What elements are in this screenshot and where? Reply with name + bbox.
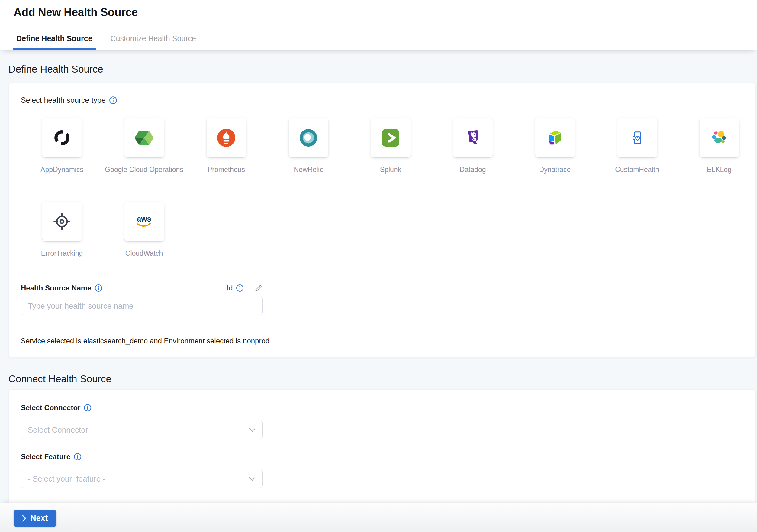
edit-pencil-icon[interactable] bbox=[254, 284, 262, 292]
dialog-footer: Next bbox=[0, 503, 757, 532]
health-source-tile-label: AppDynamics bbox=[41, 165, 83, 174]
health-source-tile-appdynamics: AppDynamics bbox=[21, 118, 103, 174]
dynatrace-card[interactable] bbox=[535, 118, 575, 157]
customhealth-icon bbox=[629, 129, 646, 146]
tab-label: Customize Health Source bbox=[110, 34, 196, 43]
health-source-tile-label: ErrorTracking bbox=[41, 249, 83, 258]
next-button[interactable]: Next bbox=[14, 510, 56, 527]
elklog-card[interactable] bbox=[700, 118, 739, 157]
health-source-tile-label: Splunk bbox=[380, 165, 401, 174]
page-title: Add New Health Source bbox=[0, 0, 757, 19]
define-section-heading: Define Health Source bbox=[9, 63, 757, 75]
appdynamics-card[interactable] bbox=[42, 118, 82, 157]
select-feature-group: Select Feature - Select your feature - bbox=[21, 452, 743, 488]
select-feature-label: Select Feature bbox=[21, 452, 70, 461]
cloudwatch-card[interactable]: aws bbox=[124, 202, 164, 241]
chevron-down-icon bbox=[249, 477, 256, 481]
id-group: Id : bbox=[227, 284, 262, 293]
select-connector-label: Select Connector bbox=[21, 403, 80, 412]
tab-label: Define Health Source bbox=[16, 34, 92, 43]
connector-select-placeholder: Select Connector bbox=[28, 425, 88, 435]
chevron-down-icon bbox=[249, 428, 256, 432]
health-source-tile-cloudwatch: awsCloudWatch bbox=[103, 202, 185, 258]
health-source-name-label: Health Source Name bbox=[21, 284, 91, 293]
chevron-right-icon bbox=[22, 515, 26, 522]
google-cloud-operations-card[interactable] bbox=[124, 118, 164, 157]
health-source-tile-errortracking: ErrorTracking bbox=[21, 202, 103, 258]
health-source-tile-customhealth: CustomHealth bbox=[596, 118, 678, 174]
info-icon[interactable] bbox=[74, 453, 81, 461]
health-source-name-label-row: Health Source Name bbox=[21, 284, 103, 293]
connect-health-source-card: Select Connector Select Connector Select… bbox=[9, 389, 756, 503]
health-source-tile-label: Prometheus bbox=[207, 165, 245, 174]
health-source-tile-newrelic: NewRelic bbox=[267, 118, 349, 174]
tab-define-health-source[interactable]: Define Health Source bbox=[13, 27, 96, 49]
add-health-source-dialog: Add New Health Source Define Health Sour… bbox=[0, 0, 757, 532]
health-source-type-grid: AppDynamicsGoogle Cloud OperationsPromet… bbox=[21, 118, 757, 258]
next-button-label: Next bbox=[30, 514, 48, 523]
select-connector-group: Select Connector Select Connector bbox=[21, 403, 743, 439]
health-source-name-input[interactable] bbox=[21, 297, 262, 315]
health-source-tile-label: Dynatrace bbox=[539, 165, 571, 174]
service-environment-note: Service selected is elasticsearch_demo a… bbox=[21, 337, 743, 345]
health-source-tile-label: CloudWatch bbox=[125, 249, 163, 258]
feature-select[interactable]: - Select your feature - bbox=[21, 470, 262, 488]
customhealth-card[interactable] bbox=[618, 118, 657, 157]
id-label: Id bbox=[227, 284, 232, 293]
datadog-icon bbox=[464, 129, 482, 147]
health-source-tile-dynatrace: Dynatrace bbox=[514, 118, 596, 174]
select-health-source-type-label-row: Select health source type bbox=[21, 96, 743, 105]
elk-icon bbox=[710, 129, 728, 146]
google-cloud-operations-icon bbox=[134, 129, 154, 147]
prometheus-card[interactable] bbox=[207, 118, 246, 157]
dynatrace-icon bbox=[546, 129, 564, 147]
splunk-icon bbox=[381, 129, 400, 147]
svg-text:aws: aws bbox=[137, 215, 151, 223]
id-colon: : bbox=[247, 284, 249, 293]
health-source-tile-prometheus: Prometheus bbox=[185, 118, 267, 174]
health-source-tile-elklog: ELKLog bbox=[678, 118, 757, 174]
dialog-body: Define Health Source Select health sourc… bbox=[0, 49, 757, 503]
define-health-source-card: Select health source type AppDynamicsGoo… bbox=[9, 82, 756, 358]
health-source-tile-label: ELKLog bbox=[707, 165, 732, 174]
info-icon[interactable] bbox=[95, 284, 103, 292]
health-source-tile-label: NewRelic bbox=[294, 165, 323, 174]
health-source-tile-label: CustomHealth bbox=[615, 165, 659, 174]
health-source-tile-label: Datadog bbox=[460, 165, 486, 174]
tab-customize-health-source[interactable]: Customize Health Source bbox=[106, 27, 199, 49]
connect-section-heading: Connect Health Source bbox=[9, 373, 757, 385]
cloudwatch-aws-icon: aws bbox=[135, 212, 154, 231]
appdynamics-icon bbox=[53, 129, 71, 147]
select-connector-label-row: Select Connector bbox=[21, 403, 743, 412]
health-source-tile-splunk: Splunk bbox=[349, 118, 432, 174]
select-feature-label-row: Select Feature bbox=[21, 452, 743, 461]
splunk-card[interactable] bbox=[371, 118, 410, 157]
errortracking-icon bbox=[52, 211, 72, 232]
select-health-source-type-label: Select health source type bbox=[21, 96, 106, 105]
feature-select-placeholder: - Select your feature - bbox=[28, 474, 106, 484]
info-icon[interactable] bbox=[84, 404, 92, 412]
health-source-name-row: Health Source Name Id : bbox=[21, 284, 262, 293]
tab-bar: Define Health Source Customize Health So… bbox=[0, 27, 757, 49]
health-source-tile-google-cloud-operations: Google Cloud Operations bbox=[103, 118, 185, 174]
newrelic-icon bbox=[299, 129, 318, 147]
newrelic-card[interactable] bbox=[289, 118, 328, 157]
health-source-tile-datadog: Datadog bbox=[432, 118, 514, 174]
dialog-header: Add New Health Source bbox=[0, 0, 757, 27]
info-icon[interactable] bbox=[109, 96, 117, 104]
connector-select[interactable]: Select Connector bbox=[21, 421, 262, 439]
errortracking-card[interactable] bbox=[42, 202, 82, 241]
prometheus-icon bbox=[217, 129, 236, 147]
datadog-card[interactable] bbox=[453, 118, 493, 157]
health-source-tile-label: Google Cloud Operations bbox=[105, 165, 183, 174]
info-icon[interactable] bbox=[236, 284, 244, 292]
